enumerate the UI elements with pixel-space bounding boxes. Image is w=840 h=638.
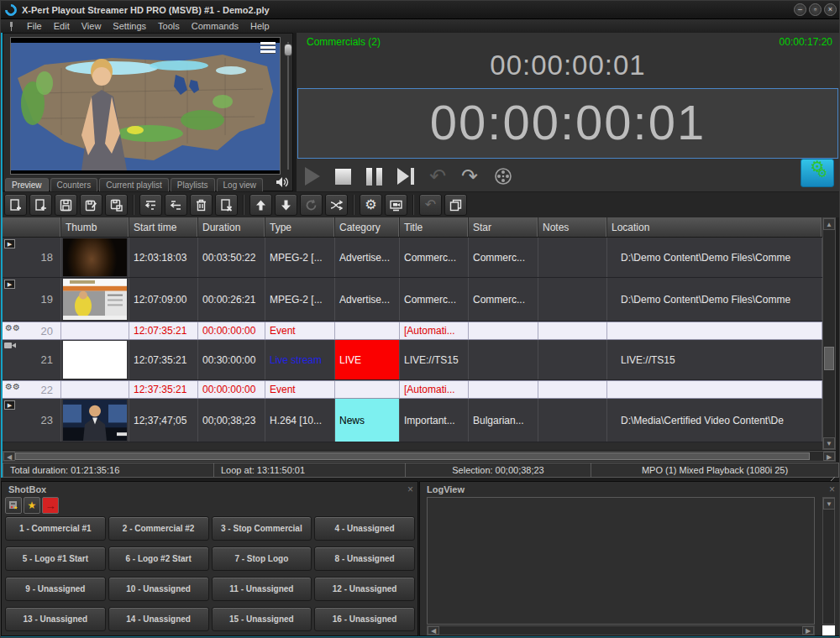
playlist-vertical-scrollbar[interactable]: ▲ ▼ — [822, 217, 836, 450]
shotbox-button-2[interactable]: 2 - Commercial #2 — [108, 516, 209, 541]
move-down-button[interactable] — [275, 194, 297, 216]
film-reel-icon[interactable] — [493, 166, 513, 186]
menu-settings[interactable]: Settings — [113, 21, 146, 31]
undo-toolbar-button[interactable]: ↶ — [419, 194, 442, 216]
shotbox-button-8[interactable]: 8 - Unassigned — [314, 546, 415, 571]
col-type[interactable]: Type — [265, 217, 335, 237]
scrollbar-thumb[interactable] — [824, 347, 834, 370]
shotbox-button-10[interactable]: 10 - Unassigned — [108, 577, 209, 601]
shotbox-button-16[interactable]: 16 - Unassigned — [314, 607, 415, 631]
save-copy-button[interactable] — [105, 194, 128, 216]
volume-knob[interactable] — [284, 44, 292, 56]
cell-title: Commerc... — [400, 278, 469, 321]
menu-help[interactable]: Help — [250, 21, 270, 31]
minimize-button[interactable]: – — [794, 3, 806, 16]
shotbox-button-4[interactable]: 4 - Unassigned — [314, 516, 415, 541]
row-number: 19 — [41, 293, 53, 306]
tab-log-view[interactable]: Log view — [217, 178, 263, 191]
shotbox-button-7[interactable]: 7 - Stop Logo — [212, 546, 312, 571]
playlist-horizontal-scrollbar[interactable]: ◀ ▶ — [3, 451, 836, 462]
scroll-right-icon[interactable]: ▶ — [823, 452, 835, 461]
duplicate-button[interactable] — [444, 194, 467, 216]
shotbox-button-13[interactable]: 13 - Unassigned — [5, 607, 106, 631]
shotbox-button-1[interactable]: 1 - Commercial #1 — [5, 516, 106, 541]
play-icon[interactable] — [305, 167, 320, 186]
shotbox-assign-button[interactable] — [5, 497, 22, 514]
col-title[interactable]: Title — [400, 217, 469, 237]
col-start-time[interactable]: Start time — [129, 217, 198, 237]
shotbox-button-9[interactable]: 9 - Unassigned — [5, 577, 106, 601]
shotbox-button-11[interactable]: 11 - Unassigned — [212, 577, 312, 601]
col-location[interactable]: Location — [607, 217, 822, 237]
shotbox-button-12[interactable]: 12 - Unassigned — [314, 577, 415, 601]
scroll-left-icon[interactable]: ◀ — [3, 452, 15, 461]
menu-view[interactable]: View — [81, 21, 102, 31]
import-item-button[interactable] — [29, 194, 52, 216]
shotbox-button-5[interactable]: 5 - Logo #1 Start — [5, 546, 106, 571]
next-icon[interactable] — [397, 168, 414, 185]
scroll-up-icon[interactable]: ▲ — [823, 218, 835, 230]
insert-after-button[interactable] — [165, 194, 187, 216]
tab-current-playlist[interactable]: Current playlist — [99, 178, 169, 191]
menu-edit[interactable]: Edit — [54, 21, 70, 31]
video-menu-icon[interactable] — [260, 42, 276, 54]
col-icon[interactable] — [3, 217, 61, 237]
scroll-down-icon[interactable]: ▼ — [823, 498, 835, 510]
move-up-button[interactable] — [249, 194, 272, 216]
scroll-right-icon[interactable]: ▶ — [802, 626, 814, 635]
row-number: 18 — [41, 251, 53, 264]
menu-tools[interactable]: Tools — [158, 21, 180, 31]
settings-button[interactable]: ⚙ — [360, 194, 382, 216]
tab-playlists[interactable]: Playlists — [171, 178, 215, 191]
add-item-button[interactable] — [4, 194, 27, 216]
volume-track[interactable] — [287, 42, 289, 170]
shotbox-button-15[interactable]: 15 - Unassigned — [212, 607, 312, 631]
undo-icon[interactable]: ↶ — [429, 166, 446, 186]
stop-icon[interactable] — [335, 169, 351, 185]
close-button[interactable]: × — [824, 3, 837, 16]
reload-button[interactable] — [300, 194, 323, 216]
logview-close-icon[interactable]: × — [829, 484, 835, 495]
status-loop-at: Loop at: 13:11:50:01 — [214, 463, 406, 478]
scroll-left-icon[interactable]: ◀ — [428, 626, 439, 635]
table-row-event[interactable]: ⚙⚙22 12:37:35:21 00:00:00:00 Event [Auto… — [3, 380, 822, 399]
volume-slider[interactable] — [284, 39, 292, 173]
col-star[interactable]: Star — [469, 217, 538, 237]
tab-counters[interactable]: Counters — [50, 178, 98, 191]
log-horizontal-scrollbar[interactable]: ◀ ▶ — [427, 625, 815, 635]
col-duration[interactable]: Duration — [198, 217, 265, 237]
save-button[interactable] — [55, 194, 77, 216]
pause-icon[interactable] — [366, 168, 382, 186]
automation-gears-button[interactable]: ⚙ ⚙ — [801, 159, 834, 187]
log-content[interactable] — [427, 497, 815, 625]
scrollbar-thumb[interactable] — [15, 452, 810, 460]
save-as-button[interactable] — [80, 194, 102, 216]
table-row-event[interactable]: ⚙⚙20 12:07:35:21 00:00:00:00 Event [Auto… — [3, 322, 822, 340]
shotbox-star-button[interactable]: ★ — [24, 497, 40, 514]
shuffle-button[interactable] — [325, 194, 348, 216]
col-notes[interactable]: Notes — [538, 217, 607, 237]
col-thumb[interactable]: Thumb — [61, 217, 129, 237]
redo-icon[interactable]: ↷ — [461, 166, 478, 186]
table-row[interactable]: ▶18 12:03:18:03 00:03:50:22 MPEG-2 [... … — [3, 238, 822, 278]
table-row[interactable]: ▶19 12:07:09:00 00:00:26:21 M — [3, 278, 822, 322]
capture-button[interactable] — [385, 194, 407, 216]
log-vertical-scrollbar[interactable]: ▲ ▼ — [822, 497, 835, 625]
tab-preview[interactable]: Preview — [5, 178, 49, 191]
shotbox-button-3[interactable]: 3 - Stop Commercial — [212, 516, 312, 541]
table-row[interactable]: ▶23 12;37;47;05 00;00;38;23 H.264 [10...… — [3, 399, 822, 442]
table-row[interactable]: 21 12:07:35:21 00:30:00:00 Live stream L… — [3, 340, 822, 380]
speaker-icon[interactable] — [276, 176, 289, 188]
col-category[interactable]: Category — [335, 217, 400, 237]
shotbox-button-6[interactable]: 6 - Logo #2 Start — [108, 546, 209, 571]
shotbox-close-icon[interactable]: × — [407, 484, 413, 495]
remove-item-button[interactable] — [215, 194, 238, 216]
delete-button[interactable] — [190, 194, 213, 216]
insert-before-button[interactable] — [139, 194, 162, 216]
shotbox-trigger-button[interactable]: → — [42, 497, 59, 514]
shotbox-button-14[interactable]: 14 - Unassigned — [108, 607, 209, 631]
menu-file[interactable]: File — [27, 21, 42, 31]
maximize-button[interactable]: ▫ — [809, 3, 822, 16]
menu-commands[interactable]: Commands — [192, 21, 239, 31]
scroll-down-icon[interactable]: ▼ — [823, 437, 835, 449]
